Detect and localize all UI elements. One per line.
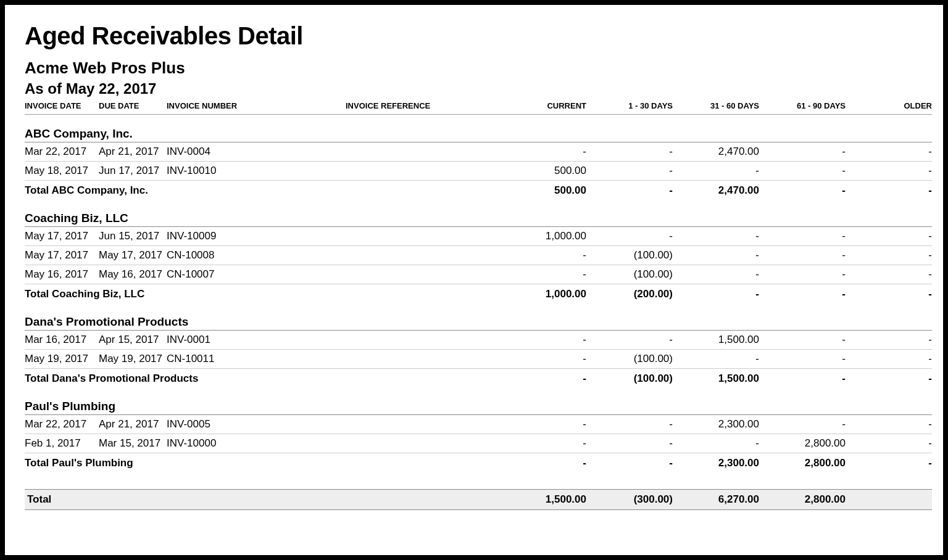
grand-total-older (846, 490, 932, 510)
group-total-61-90: - (759, 369, 846, 388)
table-row: Feb 1, 2017Mar 15, 2017INV-10000---2,800… (25, 434, 932, 453)
cell-1-30: - (586, 142, 673, 162)
cell-invoice-date: May 17, 2017 (25, 227, 99, 246)
group-header: Dana's Promotional Products (25, 303, 932, 331)
cell-61-90: - (759, 415, 846, 434)
cell-invoice-reference (346, 331, 500, 350)
group-name: Paul's Plumbing (25, 387, 932, 415)
cell-31-60: - (673, 265, 759, 284)
group-total-row: Total Paul's Plumbing--2,300.002,800.00- (25, 453, 932, 472)
table-row: May 19, 2017May 19, 2017CN-10011-(100.00… (25, 350, 932, 369)
table-row: Mar 16, 2017Apr 15, 2017INV-0001--1,500.… (25, 331, 932, 350)
cell-61-90: - (759, 142, 846, 162)
cell-invoice-number: INV-10010 (167, 162, 346, 181)
group-total-current: 500.00 (500, 181, 586, 200)
cell-current: - (500, 265, 586, 284)
cell-31-60: - (673, 350, 759, 369)
group-total-31-60: 1,500.00 (673, 369, 759, 388)
cell-invoice-reference (346, 227, 500, 246)
group-total-older: - (846, 284, 932, 303)
cell-1-30: (100.00) (586, 350, 673, 369)
group-name: Coaching Biz, LLC (25, 199, 932, 227)
cell-invoice-date: Mar 16, 2017 (25, 331, 99, 350)
group-total-61-90: - (759, 181, 846, 200)
group-total-label: Total Dana's Promotional Products (25, 369, 500, 388)
cell-invoice-date: May 16, 2017 (25, 265, 99, 284)
cell-invoice-date: May 18, 2017 (25, 162, 99, 181)
cell-current: 1,000.00 (500, 227, 586, 246)
group-name: ABC Company, Inc. (25, 115, 932, 142)
group-total-current: - (500, 369, 586, 388)
cell-older: - (846, 331, 932, 350)
group-total-older: - (846, 369, 932, 388)
cell-invoice-reference (346, 434, 500, 453)
cell-invoice-number: CN-10007 (167, 265, 346, 284)
cell-31-60: - (673, 246, 759, 265)
group-total-older: - (846, 453, 932, 472)
cell-current: - (500, 142, 586, 162)
group-header: Paul's Plumbing (25, 387, 932, 415)
group-header: ABC Company, Inc. (25, 115, 932, 142)
cell-invoice-reference (346, 162, 500, 181)
cell-older: - (846, 350, 932, 369)
cell-current: - (500, 350, 586, 369)
grand-total-row: Total1,500.00(300.00)6,270.002,800.00 (25, 490, 932, 510)
cell-invoice-number: INV-0005 (167, 415, 346, 434)
group-header: Coaching Biz, LLC (25, 199, 932, 227)
cell-older: - (846, 434, 932, 453)
table-row: May 18, 2017Jun 17, 2017INV-10010500.00-… (25, 162, 932, 181)
company-name: Acme Web Pros Plus (25, 59, 923, 78)
cell-invoice-reference (346, 246, 500, 265)
grand-total-1-30: (300.00) (586, 490, 673, 510)
as-of-date: As of May 22, 2017 (25, 80, 923, 97)
cell-1-30: - (586, 415, 673, 434)
receivables-table: INVOICE DATE DUE DATE INVOICE NUMBER INV… (25, 99, 932, 510)
grand-total-current: 1,500.00 (500, 490, 586, 510)
col-invoice-date: INVOICE DATE (25, 99, 99, 115)
group-name: Dana's Promotional Products (25, 303, 932, 331)
cell-1-30: - (586, 331, 673, 350)
cell-31-60: - (673, 162, 759, 181)
cell-due-date: Apr 21, 2017 (99, 415, 167, 434)
cell-current: - (500, 246, 586, 265)
group-total-61-90: - (759, 284, 846, 303)
cell-due-date: May 17, 2017 (99, 246, 167, 265)
cell-invoice-date: Mar 22, 2017 (25, 142, 99, 162)
cell-older: - (846, 227, 932, 246)
table-row: May 17, 2017May 17, 2017CN-10008-(100.00… (25, 246, 932, 265)
col-current: CURRENT (500, 99, 586, 115)
grand-total-label: Total (25, 490, 500, 510)
cell-due-date: Jun 17, 2017 (99, 162, 167, 181)
cell-31-60: - (673, 227, 759, 246)
cell-due-date: Apr 15, 2017 (99, 331, 167, 350)
cell-61-90: - (759, 227, 846, 246)
group-total-31-60: - (673, 284, 759, 303)
cell-31-60: 2,470.00 (673, 142, 759, 162)
cell-61-90: - (759, 246, 846, 265)
group-total-31-60: 2,300.00 (673, 453, 759, 472)
cell-1-30: (100.00) (586, 246, 673, 265)
cell-invoice-reference (346, 350, 500, 369)
group-total-older: - (846, 181, 932, 200)
group-total-current: - (500, 453, 586, 472)
cell-current: 500.00 (500, 162, 586, 181)
cell-older: - (846, 142, 932, 162)
group-total-row: Total ABC Company, Inc.500.00-2,470.00-- (25, 181, 932, 200)
group-total-label: Total Coaching Biz, LLC (25, 284, 500, 303)
cell-due-date: Jun 15, 2017 (99, 227, 167, 246)
table-row: May 17, 2017Jun 15, 2017INV-100091,000.0… (25, 227, 932, 246)
grand-total-31-60: 6,270.00 (673, 490, 759, 510)
cell-1-30: - (586, 227, 673, 246)
cell-invoice-number: INV-10009 (167, 227, 346, 246)
col-due-date: DUE DATE (99, 99, 167, 115)
cell-1-30: - (586, 434, 673, 453)
cell-61-90: - (759, 162, 846, 181)
group-total-1-30: (100.00) (586, 369, 673, 388)
group-total-61-90: 2,800.00 (759, 453, 846, 472)
cell-invoice-number: CN-10011 (167, 350, 346, 369)
cell-due-date: May 16, 2017 (99, 265, 167, 284)
cell-1-30: - (586, 162, 673, 181)
cell-invoice-number: INV-0001 (167, 331, 346, 350)
cell-current: - (500, 331, 586, 350)
cell-31-60: 1,500.00 (673, 331, 759, 350)
